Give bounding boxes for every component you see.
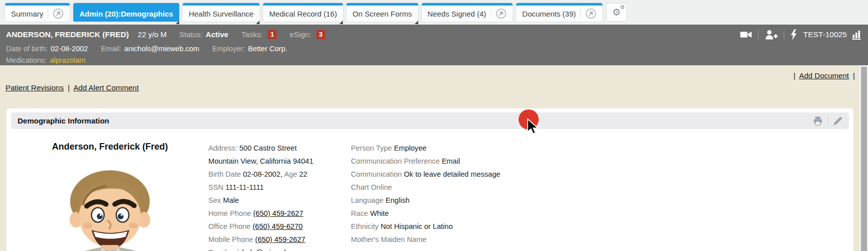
demographic-row: Office Phone (650) 459-6270 xyxy=(208,220,351,233)
tasks-badge[interactable]: 1 xyxy=(268,30,277,39)
tab-documents-39[interactable]: Documents (39) xyxy=(516,3,602,22)
edit-pencil-icon[interactable] xyxy=(833,116,842,126)
field-label: Home Phone xyxy=(208,209,251,217)
field-label: Race xyxy=(351,209,368,217)
popout-icon[interactable] xyxy=(580,8,596,19)
email-value: anichols@mieweb.com xyxy=(124,45,199,53)
vertical-scrollbar[interactable] xyxy=(859,65,868,251)
field-value: 500 Castro Street xyxy=(239,144,297,152)
field-value: Male xyxy=(223,196,239,204)
divider xyxy=(784,30,784,40)
status-value: Active xyxy=(206,30,228,39)
field-label: Ethnicity xyxy=(351,222,379,230)
patient-revisions-link[interactable]: Patient Revisions xyxy=(6,83,64,92)
field-value: Not Hispanic or Latino xyxy=(381,222,453,230)
tab-summary[interactable]: Summary xyxy=(5,3,70,22)
add-document-row: | Add Document | xyxy=(791,71,857,80)
separator: | xyxy=(793,71,795,80)
settings-button[interactable]: ⚙⚙ xyxy=(606,3,627,22)
field-value: English xyxy=(386,196,410,204)
patient-display-name: Anderson, Frederick (Fred) xyxy=(12,142,208,152)
tab-label: Documents (39) xyxy=(522,10,576,18)
demographic-row: Home Phone (650) 459-2627 xyxy=(208,207,351,220)
demographic-row: Ethnicity Not Hispanic or Latino xyxy=(351,220,853,233)
tab-label: Admin (20):Demographics xyxy=(79,10,173,18)
tab-health-surveillance[interactable]: Health Surveillance xyxy=(183,3,260,22)
add-document-link[interactable]: Add Document xyxy=(799,71,849,80)
field-link[interactable]: (650) 459-2627 xyxy=(253,209,303,217)
field-label: Sex xyxy=(208,196,221,204)
demographic-row: Mother's Maiden Name xyxy=(351,233,853,246)
demographics-right-column: Person Type Employee Communication Prefe… xyxy=(351,142,853,251)
demographic-panel-body: Anderson, Frederick (Fred) xyxy=(7,129,853,251)
tab-fold-icon xyxy=(415,21,418,24)
demographic-row: Address: 500 Castro Street xyxy=(208,142,351,155)
tab-fold-icon xyxy=(256,21,260,24)
status-label: Status: xyxy=(179,30,203,39)
email-label: Email: xyxy=(101,45,121,53)
tab-fold-icon xyxy=(339,21,343,24)
tab-label: Needs Signed (4) xyxy=(428,10,486,18)
demographic-row: Sex Male xyxy=(208,194,351,207)
field-value: White xyxy=(370,209,389,217)
field-value: 22 xyxy=(299,170,307,178)
lightning-bolt-icon[interactable] xyxy=(790,29,797,40)
add-alert-comment-link[interactable]: Add Alert Comment xyxy=(73,83,139,92)
divider xyxy=(828,115,828,126)
field-label: Age xyxy=(284,170,297,178)
field-value: Employee xyxy=(394,144,427,152)
tasks-label: Tasks: xyxy=(241,30,263,39)
field-link[interactable]: (650) 459-6270 xyxy=(253,222,303,230)
field-label: Chart Online xyxy=(351,183,392,191)
popout-icon[interactable] xyxy=(490,8,507,19)
field-value: Mountain View, California 94041 xyxy=(208,157,313,165)
video-camera-icon[interactable] xyxy=(740,30,752,39)
panel-title: Demographic Information xyxy=(18,116,109,125)
demographic-row: Mountain View, California 94041 xyxy=(208,155,351,168)
demographic-row: Communication Ok to leave detailed messa… xyxy=(351,168,853,181)
dob-value: 02-08-2002 xyxy=(51,45,88,53)
patient-header-actions: TEST-10025 xyxy=(740,29,862,40)
tab-label: Summary xyxy=(11,10,43,18)
field-value: Ok to leave detailed message xyxy=(404,170,500,178)
field-link[interactable]: (650) 459-2627 xyxy=(255,235,305,243)
field-label: Mobile Phone xyxy=(208,235,253,243)
tab-bar: Summary Admin (20):DemographicsHealth Su… xyxy=(0,0,868,25)
medications-value[interactable]: alprazolam xyxy=(50,56,85,64)
demographic-panel-header: Demographic Information xyxy=(11,112,849,129)
divider xyxy=(758,30,759,40)
field-label: Person Type xyxy=(351,144,392,152)
tab-admin-20-demographics[interactable]: Admin (20):Demographics xyxy=(73,3,179,22)
field-value: 02-08-2002, xyxy=(243,170,283,178)
tab-on-screen-forms[interactable]: On Screen Forms xyxy=(346,3,418,22)
field-label: Address: xyxy=(208,144,237,152)
panel-header-actions xyxy=(813,115,842,126)
tab-needs-signed-4[interactable]: Needs Signed (4) xyxy=(422,3,513,22)
field-link[interactable]: anichols@mieweb.com xyxy=(229,248,304,251)
chart-id: TEST-10025 xyxy=(803,30,847,39)
field-value: 111-11-1111 xyxy=(225,183,264,191)
demographic-row: Person Type Employee xyxy=(351,142,853,155)
separator: | xyxy=(68,83,70,92)
popout-icon[interactable] xyxy=(48,8,64,19)
demographic-row: Birth Date 02-08-2002, Age 22 xyxy=(208,168,351,181)
field-label: Language xyxy=(351,196,384,204)
field-label: Office Phone xyxy=(208,222,251,230)
tab-label: On Screen Forms xyxy=(352,10,412,18)
tab-label: Health Surveillance xyxy=(189,10,254,18)
gears-icon: ⚙⚙ xyxy=(612,8,621,17)
patient-name: ANDERSON, FREDERICK (FRED) xyxy=(6,30,129,39)
scrollbar-thumb[interactable] xyxy=(861,67,867,251)
esign-badge[interactable]: 3 xyxy=(316,30,325,39)
demographic-panel: Demographic Information Anderson, Freder… xyxy=(7,108,853,251)
demographic-row: Communication Preference Email xyxy=(351,155,853,168)
print-icon[interactable] xyxy=(813,116,823,126)
demographic-row: Email anichols@mieweb.com xyxy=(208,246,351,251)
tab-fold-icon xyxy=(176,21,179,24)
patient-header-bar: ANDERSON, FREDERICK (FRED) 22 y/o M Stat… xyxy=(0,25,868,65)
tab-medical-record-16[interactable]: Medical Record (16) xyxy=(263,3,343,22)
patient-links-row: Patient Revisions | Add Alert Comment xyxy=(6,83,139,92)
add-person-icon[interactable] xyxy=(765,30,778,40)
demographic-row: Language English xyxy=(351,194,853,207)
growth-chart-icon[interactable] xyxy=(852,30,862,40)
